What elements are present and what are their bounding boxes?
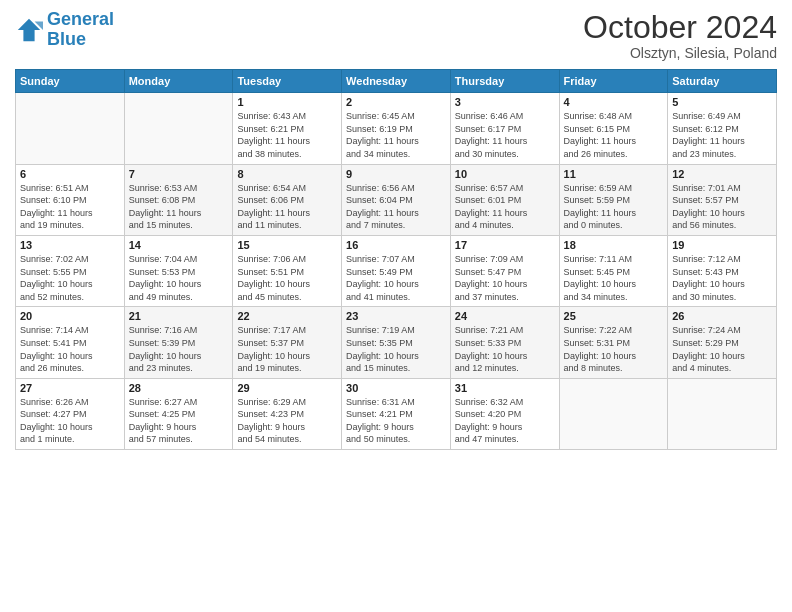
day-info: Sunrise: 7:07 AM Sunset: 5:49 PM Dayligh… xyxy=(346,253,446,303)
calendar-cell: 11Sunrise: 6:59 AM Sunset: 5:59 PM Dayli… xyxy=(559,164,668,235)
day-info: Sunrise: 7:01 AM Sunset: 5:57 PM Dayligh… xyxy=(672,182,772,232)
col-header-thursday: Thursday xyxy=(450,70,559,93)
day-number: 31 xyxy=(455,382,555,394)
calendar-cell: 3Sunrise: 6:46 AM Sunset: 6:17 PM Daylig… xyxy=(450,93,559,164)
day-info: Sunrise: 6:32 AM Sunset: 4:20 PM Dayligh… xyxy=(455,396,555,446)
col-header-sunday: Sunday xyxy=(16,70,125,93)
calendar-cell: 10Sunrise: 6:57 AM Sunset: 6:01 PM Dayli… xyxy=(450,164,559,235)
title-block: October 2024 Olsztyn, Silesia, Poland xyxy=(583,10,777,61)
calendar-cell: 12Sunrise: 7:01 AM Sunset: 5:57 PM Dayli… xyxy=(668,164,777,235)
calendar-cell: 4Sunrise: 6:48 AM Sunset: 6:15 PM Daylig… xyxy=(559,93,668,164)
day-number: 10 xyxy=(455,168,555,180)
calendar-cell: 27Sunrise: 6:26 AM Sunset: 4:27 PM Dayli… xyxy=(16,378,125,449)
day-info: Sunrise: 7:19 AM Sunset: 5:35 PM Dayligh… xyxy=(346,324,446,374)
day-number: 15 xyxy=(237,239,337,251)
day-number: 8 xyxy=(237,168,337,180)
day-number: 14 xyxy=(129,239,229,251)
calendar-cell xyxy=(124,93,233,164)
calendar-cell: 17Sunrise: 7:09 AM Sunset: 5:47 PM Dayli… xyxy=(450,235,559,306)
calendar-cell: 20Sunrise: 7:14 AM Sunset: 5:41 PM Dayli… xyxy=(16,307,125,378)
col-header-saturday: Saturday xyxy=(668,70,777,93)
day-number: 6 xyxy=(20,168,120,180)
calendar-cell: 14Sunrise: 7:04 AM Sunset: 5:53 PM Dayli… xyxy=(124,235,233,306)
calendar-cell: 5Sunrise: 6:49 AM Sunset: 6:12 PM Daylig… xyxy=(668,93,777,164)
day-info: Sunrise: 6:29 AM Sunset: 4:23 PM Dayligh… xyxy=(237,396,337,446)
logo-line2: Blue xyxy=(47,29,86,49)
day-info: Sunrise: 7:14 AM Sunset: 5:41 PM Dayligh… xyxy=(20,324,120,374)
day-number: 2 xyxy=(346,96,446,108)
calendar-cell: 9Sunrise: 6:56 AM Sunset: 6:04 PM Daylig… xyxy=(342,164,451,235)
day-number: 17 xyxy=(455,239,555,251)
day-info: Sunrise: 6:59 AM Sunset: 5:59 PM Dayligh… xyxy=(564,182,664,232)
calendar-cell: 13Sunrise: 7:02 AM Sunset: 5:55 PM Dayli… xyxy=(16,235,125,306)
day-number: 7 xyxy=(129,168,229,180)
col-header-wednesday: Wednesday xyxy=(342,70,451,93)
day-number: 25 xyxy=(564,310,664,322)
calendar-cell: 19Sunrise: 7:12 AM Sunset: 5:43 PM Dayli… xyxy=(668,235,777,306)
day-number: 20 xyxy=(20,310,120,322)
calendar-cell: 24Sunrise: 7:21 AM Sunset: 5:33 PM Dayli… xyxy=(450,307,559,378)
day-number: 23 xyxy=(346,310,446,322)
calendar-cell: 21Sunrise: 7:16 AM Sunset: 5:39 PM Dayli… xyxy=(124,307,233,378)
day-number: 3 xyxy=(455,96,555,108)
calendar-table: SundayMondayTuesdayWednesdayThursdayFrid… xyxy=(15,69,777,450)
week-row-2: 6Sunrise: 6:51 AM Sunset: 6:10 PM Daylig… xyxy=(16,164,777,235)
week-row-5: 27Sunrise: 6:26 AM Sunset: 4:27 PM Dayli… xyxy=(16,378,777,449)
day-info: Sunrise: 6:57 AM Sunset: 6:01 PM Dayligh… xyxy=(455,182,555,232)
calendar-cell: 23Sunrise: 7:19 AM Sunset: 5:35 PM Dayli… xyxy=(342,307,451,378)
day-number: 22 xyxy=(237,310,337,322)
day-info: Sunrise: 6:31 AM Sunset: 4:21 PM Dayligh… xyxy=(346,396,446,446)
calendar-cell: 7Sunrise: 6:53 AM Sunset: 6:08 PM Daylig… xyxy=(124,164,233,235)
col-header-tuesday: Tuesday xyxy=(233,70,342,93)
day-info: Sunrise: 6:26 AM Sunset: 4:27 PM Dayligh… xyxy=(20,396,120,446)
calendar-cell: 2Sunrise: 6:45 AM Sunset: 6:19 PM Daylig… xyxy=(342,93,451,164)
day-number: 4 xyxy=(564,96,664,108)
day-info: Sunrise: 6:27 AM Sunset: 4:25 PM Dayligh… xyxy=(129,396,229,446)
week-row-1: 1Sunrise: 6:43 AM Sunset: 6:21 PM Daylig… xyxy=(16,93,777,164)
day-info: Sunrise: 6:53 AM Sunset: 6:08 PM Dayligh… xyxy=(129,182,229,232)
logo: General Blue xyxy=(15,10,114,50)
day-info: Sunrise: 6:48 AM Sunset: 6:15 PM Dayligh… xyxy=(564,110,664,160)
day-number: 16 xyxy=(346,239,446,251)
day-number: 21 xyxy=(129,310,229,322)
logo-line1: General xyxy=(47,9,114,29)
calendar-cell xyxy=(559,378,668,449)
day-number: 27 xyxy=(20,382,120,394)
header: General Blue October 2024 Olsztyn, Siles… xyxy=(15,10,777,61)
calendar-cell: 8Sunrise: 6:54 AM Sunset: 6:06 PM Daylig… xyxy=(233,164,342,235)
day-info: Sunrise: 6:43 AM Sunset: 6:21 PM Dayligh… xyxy=(237,110,337,160)
day-info: Sunrise: 7:02 AM Sunset: 5:55 PM Dayligh… xyxy=(20,253,120,303)
day-info: Sunrise: 7:09 AM Sunset: 5:47 PM Dayligh… xyxy=(455,253,555,303)
logo-icon xyxy=(15,16,43,44)
calendar-cell: 30Sunrise: 6:31 AM Sunset: 4:21 PM Dayli… xyxy=(342,378,451,449)
day-number: 18 xyxy=(564,239,664,251)
calendar-cell xyxy=(668,378,777,449)
calendar-cell xyxy=(16,93,125,164)
day-info: Sunrise: 6:46 AM Sunset: 6:17 PM Dayligh… xyxy=(455,110,555,160)
col-header-friday: Friday xyxy=(559,70,668,93)
calendar-cell: 1Sunrise: 6:43 AM Sunset: 6:21 PM Daylig… xyxy=(233,93,342,164)
calendar-cell: 26Sunrise: 7:24 AM Sunset: 5:29 PM Dayli… xyxy=(668,307,777,378)
day-number: 29 xyxy=(237,382,337,394)
calendar-cell: 29Sunrise: 6:29 AM Sunset: 4:23 PM Dayli… xyxy=(233,378,342,449)
day-info: Sunrise: 7:16 AM Sunset: 5:39 PM Dayligh… xyxy=(129,324,229,374)
day-number: 28 xyxy=(129,382,229,394)
header-row: SundayMondayTuesdayWednesdayThursdayFrid… xyxy=(16,70,777,93)
day-info: Sunrise: 6:54 AM Sunset: 6:06 PM Dayligh… xyxy=(237,182,337,232)
day-info: Sunrise: 7:04 AM Sunset: 5:53 PM Dayligh… xyxy=(129,253,229,303)
week-row-4: 20Sunrise: 7:14 AM Sunset: 5:41 PM Dayli… xyxy=(16,307,777,378)
col-header-monday: Monday xyxy=(124,70,233,93)
page: General Blue October 2024 Olsztyn, Siles… xyxy=(0,0,792,612)
calendar-cell: 25Sunrise: 7:22 AM Sunset: 5:31 PM Dayli… xyxy=(559,307,668,378)
day-number: 1 xyxy=(237,96,337,108)
day-info: Sunrise: 6:51 AM Sunset: 6:10 PM Dayligh… xyxy=(20,182,120,232)
day-number: 24 xyxy=(455,310,555,322)
day-number: 26 xyxy=(672,310,772,322)
calendar-cell: 6Sunrise: 6:51 AM Sunset: 6:10 PM Daylig… xyxy=(16,164,125,235)
day-info: Sunrise: 7:06 AM Sunset: 5:51 PM Dayligh… xyxy=(237,253,337,303)
calendar-cell: 22Sunrise: 7:17 AM Sunset: 5:37 PM Dayli… xyxy=(233,307,342,378)
day-number: 30 xyxy=(346,382,446,394)
day-number: 11 xyxy=(564,168,664,180)
logo-text: General Blue xyxy=(47,10,114,50)
day-number: 9 xyxy=(346,168,446,180)
